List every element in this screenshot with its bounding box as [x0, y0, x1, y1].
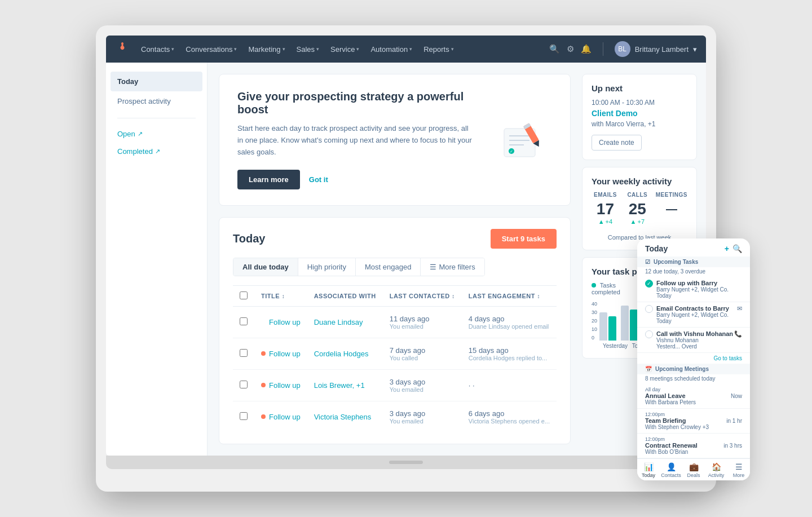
go-to-tasks-link[interactable]: Go to tasks — [637, 353, 750, 364]
task-title-link[interactable]: Follow up — [269, 318, 301, 326]
activity-nav-icon: 🏠 — [712, 462, 721, 471]
task-title-link[interactable]: Follow up — [269, 350, 301, 358]
sidebar-link-open[interactable]: Open ↗ — [106, 125, 207, 143]
priority-dot — [261, 383, 266, 387]
last-engagement-time: 15 days ago — [469, 346, 550, 355]
priority-dot — [261, 414, 266, 419]
sidebar-link-completed[interactable]: Completed ↗ — [106, 143, 207, 160]
mobile-bottom-nav: 📊 Today 👤 Contacts 💼 Deals 🏠 Activity ☰ … — [637, 458, 750, 480]
task-title-link[interactable]: Follow up — [269, 381, 301, 390]
calls-metric: Calls 25 ▲+7 — [624, 192, 651, 225]
filter-most-engaged[interactable]: Most engaged — [356, 258, 421, 276]
settings-icon[interactable]: ⚙ — [567, 44, 574, 54]
mobile-search-icon[interactable]: 🔍 — [732, 244, 742, 253]
mobile-nav-deals[interactable]: 💼 Deals — [682, 462, 705, 478]
contact-link[interactable]: Duane Lindsay — [314, 318, 363, 326]
last-contacted-detail: You emailed — [390, 323, 455, 330]
nav-marketing[interactable]: Marketing ▾ — [244, 43, 289, 56]
last-contacted-time: 3 days ago — [390, 409, 455, 418]
mobile-add-icon[interactable]: + — [725, 244, 729, 253]
emails-trend: ▲+4 — [592, 218, 619, 225]
select-all-checkbox[interactable] — [240, 291, 248, 299]
last-engagement-time: 6 days ago — [469, 409, 550, 418]
more-nav-icon: ☰ — [735, 462, 743, 471]
sidebar: Today Prospect activity Open ↗ Completed… — [106, 63, 208, 455]
mobile-nav-more[interactable]: ☰ More — [727, 462, 750, 478]
task-title-cell: Follow up — [254, 338, 307, 369]
nav-service[interactable]: Service ▾ — [326, 43, 364, 56]
mobile-upcoming-tasks-header: ☑ Upcoming Tasks — [637, 257, 750, 267]
bar-yesterday — [599, 312, 616, 341]
nav-contacts[interactable]: Contacts ▾ — [136, 43, 179, 56]
up-next-title: Up next — [592, 83, 687, 93]
mobile-task-item: ✓ Follow up with Barry Barry Nugent +2, … — [637, 277, 750, 302]
last-engagement-time: · · — [469, 381, 550, 390]
last-contacted-cell: 7 days ago You called — [383, 338, 462, 369]
task-checkbox[interactable] — [240, 349, 248, 357]
last-engagement-time: 4 days ago — [469, 315, 550, 323]
weekly-activity-title: Your weekly activity — [592, 176, 687, 186]
task-check-1[interactable]: ✓ — [645, 280, 653, 288]
mobile-header: Today + 🔍 — [637, 238, 750, 257]
associated-header: Associated with — [307, 285, 383, 306]
search-icon[interactable]: 🔍 — [549, 44, 560, 54]
task-check-2[interactable] — [645, 305, 653, 313]
chevron-icon: ▾ — [316, 46, 319, 52]
task-title-link[interactable]: Follow up — [269, 413, 301, 421]
task-checkbox[interactable] — [240, 412, 248, 420]
last-contacted-time: 3 days ago — [390, 378, 455, 386]
row-checkbox-cell — [233, 306, 254, 338]
filter-all-due[interactable]: All due today — [233, 258, 298, 276]
up-next-card: Up next 10:00 AM - 10:30 AM Client Demo … — [582, 74, 697, 160]
chevron-icon: ▾ — [356, 46, 359, 52]
external-link-icon: ↗ — [138, 130, 143, 138]
got-it-button[interactable]: Got it — [309, 175, 328, 184]
user-menu[interactable]: BL Brittany Lambert ▾ — [615, 41, 697, 57]
up-next-time: 10:00 AM - 10:30 AM — [592, 99, 687, 107]
filter-more[interactable]: ☰ More filters — [421, 258, 484, 276]
tasks-count: 12 due today, 3 overdue — [637, 267, 750, 277]
nav-sales[interactable]: Sales ▾ — [292, 43, 324, 56]
chevron-icon: ▾ — [283, 46, 285, 52]
chevron-icon: ▾ — [409, 46, 412, 52]
sidebar-item-today[interactable]: Today — [111, 72, 202, 91]
completed-legend: Tasks completed — [592, 282, 636, 295]
chevron-icon: ▾ — [171, 46, 174, 52]
learn-more-button[interactable]: Learn more — [237, 170, 300, 189]
scheduled-bar — [599, 312, 607, 341]
mobile-task-item: Email Contracts to Barry Barry Nugent +2… — [637, 302, 750, 328]
create-note-button[interactable]: Create note — [592, 135, 642, 151]
last-contacted-cell: 11 days ago You emailed — [383, 306, 462, 338]
mobile-nav-contacts[interactable]: 👤 Contacts — [660, 462, 682, 478]
last-engagement-cell: 6 days ago Victoria Stephens opened e... — [462, 401, 557, 432]
start-tasks-button[interactable]: Start 9 tasks — [491, 229, 557, 249]
notifications-icon[interactable]: 🔔 — [581, 44, 592, 54]
nav-automation[interactable]: Automation ▾ — [366, 43, 417, 56]
contact-link[interactable]: Lois Brewer, +1 — [314, 381, 365, 390]
nav-reports[interactable]: Reports ▾ — [419, 43, 458, 56]
task-checkbox[interactable] — [240, 381, 248, 388]
row-checkbox-cell — [233, 338, 254, 369]
table-row: Follow up Lois Brewer, +1 3 days ago You… — [233, 369, 557, 401]
associated-with-cell: Victoria Stephens — [307, 401, 383, 432]
completed-bar — [630, 310, 638, 341]
associated-with-cell: Duane Lindsay — [307, 306, 383, 338]
nav-conversations[interactable]: Conversations ▾ — [181, 43, 241, 56]
top-navigation: Contacts ▾ Conversations ▾ Marketing ▾ S… — [106, 36, 706, 63]
contact-link[interactable]: Cordelia Hodges — [314, 350, 369, 358]
mobile-nav-activity[interactable]: 🏠 Activity — [705, 462, 727, 478]
contact-link[interactable]: Victoria Stephens — [314, 413, 372, 421]
up-next-event[interactable]: Client Demo — [592, 109, 687, 118]
mobile-upcoming-meetings-header: 📅 Upcoming Meetings — [637, 364, 750, 374]
task-checkbox[interactable] — [240, 317, 248, 325]
today-title: Today — [233, 232, 265, 245]
avatar: BL — [615, 41, 630, 57]
sidebar-item-prospect-activity[interactable]: Prospect activity — [106, 91, 207, 111]
mobile-nav-today[interactable]: 📊 Today — [637, 462, 660, 478]
priority-dot — [261, 351, 266, 356]
task-check-3[interactable] — [645, 330, 653, 338]
task-title-cell: Follow up — [254, 401, 307, 432]
row-checkbox-cell — [233, 401, 254, 432]
last-engagement-header: Last engagement ↕ — [462, 285, 557, 306]
filter-high-priority[interactable]: High priority — [298, 258, 356, 276]
